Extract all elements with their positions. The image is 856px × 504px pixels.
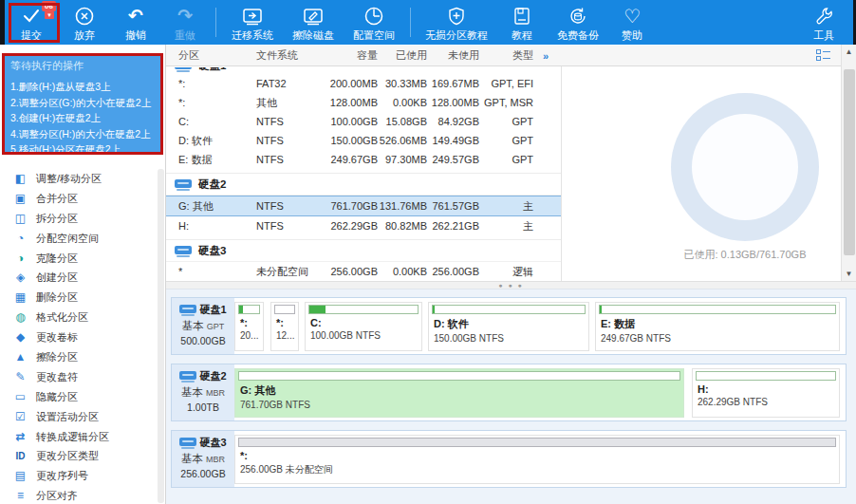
col-partition[interactable]: 分区 — [166, 48, 256, 63]
detail-view-icon[interactable] — [816, 49, 831, 63]
migrate-os-button[interactable]: 迁移系统 — [222, 0, 283, 45]
disk3-group-header[interactable]: 硬盘3 — [166, 239, 561, 262]
sidebar-item-change-letter[interactable]: ✎更改盘符 — [0, 367, 158, 387]
disk1-panel: 硬盘1 基本 GPT 500.00GB *: 20... *: 12... C:… — [171, 297, 847, 355]
sidebar-item-label: 删除分区 — [36, 290, 78, 305]
disk3-label[interactable]: 硬盘3 基本 MBR 256.00GB — [172, 431, 234, 487]
partition-block-c[interactable]: C: 100.00GB NTFS — [305, 302, 422, 351]
sidebar-menu: ◧调整/移动分区▣合并分区◫拆分分区◔分配空闲空间◑克隆分区◈创建分区▦删除分区… — [0, 169, 158, 504]
allocate-space-label: 配置空间 — [353, 28, 395, 43]
undo-button[interactable]: ↶ 撤销 — [111, 0, 160, 45]
scroll-up-arrow[interactable]: ▲ — [842, 45, 856, 59]
cancel-circle-icon — [74, 6, 95, 27]
sidebar-item-split[interactable]: ◫拆分分区 — [0, 209, 158, 229]
tutorial-button[interactable]: 教程 — [496, 0, 548, 45]
align-icon: ≡ — [13, 489, 28, 503]
sidebar-item-format[interactable]: ◍格式化分区 — [0, 308, 158, 327]
tutorial-label: 教程 — [512, 28, 532, 43]
col-unused[interactable]: 未使用 — [427, 48, 479, 63]
set-active-icon: ☑ — [13, 410, 28, 424]
sidebar-item-label: 隐藏分区 — [36, 390, 78, 404]
vertical-scrollbar[interactable]: ▲ ▼ — [841, 45, 856, 281]
sponsor-button[interactable]: ♡ 赞助 — [608, 0, 656, 45]
sidebar-item-align[interactable]: ≡分区对齐 — [0, 486, 158, 504]
table-row[interactable]: *未分配空间256.00GB0.00KB256.00GB逻辑 — [166, 262, 533, 281]
donut-hole — [692, 114, 798, 220]
partition-block-e[interactable]: E: 数据 249.67GB NTFS — [595, 302, 840, 351]
convert-logical-icon: ⇄ — [13, 430, 28, 444]
sidebar-item-hide[interactable]: ▭隐藏分区 — [0, 387, 158, 407]
table-row[interactable]: C:NTFS100.00GB15.08GB84.92GBGPT — [166, 112, 533, 131]
sidebar-item-change-type[interactable]: ID更改分区类型 — [0, 446, 158, 466]
partition-block-efi[interactable]: *: 20... — [234, 302, 264, 351]
partition-block-unallocated[interactable]: *: 256.00GB 未分配空间 — [234, 435, 840, 484]
table-row[interactable]: D: 软件NTFS150.00GB526.06MB149.49GBGPT — [166, 131, 533, 150]
sidebar-item-label: 更改卷标 — [36, 330, 78, 345]
scroll-down-arrow[interactable]: ▼ — [842, 267, 856, 281]
sidebar-item-create[interactable]: ◈创建分区 — [0, 268, 158, 288]
table-row-selected[interactable]: G: 其他NTFS761.70GB131.76MB761.57GB主 — [166, 196, 561, 216]
partition-block-h[interactable]: H: 262.29GB NTFS — [692, 368, 840, 418]
submit-button[interactable]: 提交 06 ▼ — [5, 0, 58, 45]
table-body: 硬盘1 *:FAT32200.00MB30.33MB169.67MBGPT, E… — [166, 67, 561, 281]
sidebar-item-change-serial[interactable]: ▤更改序列号 — [0, 466, 158, 486]
format-icon: ◍ — [13, 310, 28, 325]
disk1-label[interactable]: 硬盘1 基本 GPT 500.00GB — [172, 298, 234, 354]
col-type[interactable]: 类型 — [479, 48, 533, 63]
partition-block-d[interactable]: D: 软件 150.00GB NTFS — [428, 302, 589, 351]
table-row[interactable]: E: 数据NTFS249.67GB97.30MB249.57GBGPT — [166, 150, 533, 169]
disk1-group-header-clipped: 硬盘1 — [166, 67, 561, 74]
redo-icon: ↷ — [177, 6, 193, 27]
partition-block-g-selected[interactable]: G: 其他 761.70GB NTFS — [234, 368, 684, 418]
pending-operation-item[interactable]: 1.删除(H:)盘从硬盘3上 — [10, 79, 156, 95]
disk3-panel: 硬盘3 基本 MBR 256.00GB *: 256.00GB 未分配空间 — [171, 430, 847, 488]
col-capacity[interactable]: 容量 — [323, 48, 378, 63]
tools-label: 工具 — [813, 28, 834, 43]
disk2-group-header[interactable]: 硬盘2 — [166, 173, 561, 196]
pending-operation-item[interactable]: 5.移动(H:)分区在硬盘2上 — [10, 141, 156, 155]
erase-icon: ▲ — [13, 350, 28, 364]
sidebar-item-resize-move[interactable]: ◧调整/移动分区 — [0, 169, 158, 189]
sidebar-item-change-label[interactable]: ◆更改卷标 — [0, 327, 158, 347]
sidebar-item-set-active[interactable]: ☑设置活动分区 — [0, 407, 158, 427]
sidebar-item-convert-logical[interactable]: ⇄转换成逻辑分区 — [0, 427, 158, 447]
discard-button[interactable]: 放弃 — [58, 0, 111, 45]
pending-count-badge: 06 — [42, 1, 56, 11]
sidebar-item-label: 分配空闲空间 — [36, 232, 99, 246]
pie-clock-icon — [363, 6, 384, 27]
pending-operation-item[interactable]: 2.调整分区(G:)的大小在硬盘2上 — [10, 95, 156, 111]
disk2-label[interactable]: 硬盘2 基本 MBR 1.00TB — [172, 364, 234, 420]
wipe-disk-button[interactable]: 擦除磁盘 — [283, 0, 344, 45]
more-columns-chevron[interactable]: » — [543, 50, 549, 62]
scrollbar-thumb[interactable] — [844, 69, 855, 255]
sidebar-item-merge[interactable]: ▣合并分区 — [0, 189, 158, 209]
sidebar-scrollbar[interactable] — [158, 169, 164, 503]
sidebar-item-delete[interactable]: ▦删除分区 — [0, 288, 158, 308]
allocate-space-button[interactable]: 配置空间 — [344, 0, 404, 45]
sidebar-item-label: 更改分区类型 — [36, 449, 99, 463]
change-letter-icon: ✎ — [13, 370, 28, 384]
sidebar-item-erase[interactable]: ▲擦除分区 — [0, 347, 158, 367]
undo-icon: ↶ — [128, 6, 143, 27]
create-icon: ◈ — [13, 271, 28, 285]
sidebar-item-allocate-free[interactable]: ◔分配空闲空间 — [0, 229, 158, 249]
pending-operation-item[interactable]: 3.创建(H:)在硬盘2上 — [10, 110, 156, 126]
disk-icon — [179, 304, 196, 316]
col-used[interactable]: 已使用 — [378, 48, 427, 63]
table-row[interactable]: *:FAT32200.00MB30.33MB169.67MBGPT, EFI — [166, 74, 533, 93]
table-row[interactable]: H:NTFS262.29GB80.82MB262.21GB主 — [166, 216, 533, 235]
pending-operation-item[interactable]: 4.调整分区(H:)的大小在硬盘2上 — [10, 126, 156, 142]
splitter-handle[interactable]: ● ● ● — [166, 281, 856, 289]
change-type-icon: ID — [13, 449, 28, 463]
wipe-disk-icon — [302, 6, 325, 27]
partition-tutorial-button[interactable]: 无损分区教程 — [417, 0, 496, 45]
redo-label: 重做 — [175, 28, 195, 43]
partition-block-msr[interactable]: *: 12... — [270, 302, 299, 351]
tools-button[interactable]: 工具 — [799, 0, 848, 45]
free-backup-button[interactable]: 免费备份 — [548, 0, 608, 45]
sidebar-item-clone[interactable]: ◑克隆分区 — [0, 249, 158, 269]
col-filesystem[interactable]: 文件系统 — [256, 48, 323, 63]
redo-button[interactable]: ↷ 重做 — [160, 0, 210, 45]
table-row[interactable]: *:其他128.00MB0.00KB128.00MBGPT, MSR — [166, 93, 533, 112]
submit-label: 提交 — [21, 28, 42, 43]
